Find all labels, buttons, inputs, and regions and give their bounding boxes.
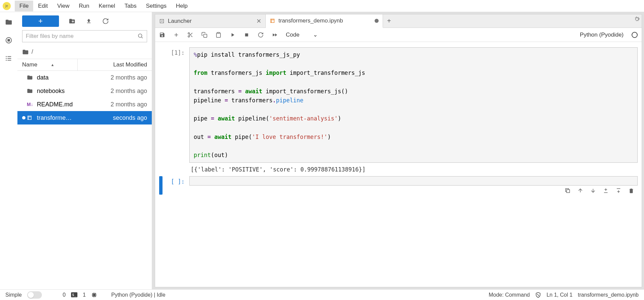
file-row[interactable]: M↓ README.md 2 months ago [17,98,152,111]
add-cell-icon[interactable] [173,32,179,38]
file-name: README.md [37,101,111,108]
svg-rect-21 [217,32,219,33]
filter-box[interactable] [22,30,147,42]
run-icon[interactable] [230,32,236,38]
filter-input[interactable] [26,33,137,40]
tab-notebook[interactable]: transformers_demo.ipynb [266,14,383,28]
dirty-indicator-icon [22,116,25,119]
svg-line-18 [191,35,192,37]
filename-status[interactable]: transformers_demo.ipynb [578,292,639,298]
move-up-icon[interactable] [577,188,583,195]
activity-bar [0,12,17,289]
cell-output: [{'label': 'POSITIVE', 'score': 0.999788… [189,163,638,173]
cut-icon[interactable] [187,32,193,38]
sort-asc-icon: ▲ [51,63,54,67]
menu-file[interactable]: File [15,1,33,11]
cursor-position[interactable]: Ln 1, Col 1 [546,292,572,298]
svg-point-16 [188,36,190,37]
tab-label: Launcher [168,18,192,24]
gear-icon[interactable] [633,15,641,24]
breadcrumb[interactable]: / [17,45,152,59]
svg-rect-22 [245,33,248,36]
code-cell[interactable]: [ ]: [159,176,638,195]
kernel-name[interactable]: Python (Pyodide) [580,32,624,38]
restart-icon[interactable] [258,32,264,38]
simple-label: Simple [5,292,22,298]
svg-rect-1 [8,39,10,41]
delete-icon[interactable] [628,188,634,195]
kernel-status-icon[interactable] [632,32,638,38]
svg-line-42 [537,294,539,296]
status-bar: Simple 0 $_ 1 Python (Pyodide) | Idle Mo… [0,289,644,300]
code-cell[interactable]: [1]: %pip install transformers_js_py fro… [159,47,638,173]
cell-input[interactable] [189,176,638,186]
svg-line-9 [141,37,142,38]
file-name: notebooks [37,88,111,95]
menu-tabs[interactable]: Tabs [120,1,141,11]
save-icon[interactable] [159,32,165,38]
menu-run[interactable]: Run [74,1,94,11]
new-folder-icon[interactable] [68,17,76,25]
cell-type-select[interactable]: Code ⌄ [286,31,318,38]
simple-toggle[interactable] [27,291,42,299]
launcher-icon [159,18,165,24]
menu-view[interactable]: View [53,1,74,11]
svg-rect-12 [271,19,274,23]
svg-point-8 [138,34,142,38]
cell-footer [189,186,638,195]
notebook-icon [27,115,34,120]
close-icon[interactable]: ✕ [256,17,261,25]
folder-icon[interactable] [5,18,13,26]
move-down-icon[interactable] [590,188,596,195]
header-name[interactable]: Name ▲ [17,59,78,70]
add-tab-button[interactable]: + [383,14,395,28]
refresh-icon[interactable] [102,17,109,25]
new-launcher-button[interactable]: + [22,15,59,27]
active-cell-indicator [159,176,163,195]
folder-icon [27,74,34,81]
svg-point-15 [188,33,190,34]
terminals-count[interactable]: 1 [83,292,86,298]
kernel-status[interactable]: Python (Pyodide) | Idle [111,292,166,298]
menu-settings[interactable]: Settings [141,1,171,11]
cell-input[interactable]: %pip install transformers_js_py from tra… [189,47,638,163]
notebook-toolbar: Code ⌄ Python (Pyodide) [155,28,642,42]
file-row[interactable]: transforme… seconds ago [17,111,152,124]
upload-icon[interactable] [85,17,92,25]
paste-icon[interactable] [215,32,221,38]
header-modified[interactable]: Last Modified [78,61,152,68]
file-row[interactable]: data 2 months ago [17,71,152,84]
svg-point-6 [6,60,7,61]
insert-above-icon[interactable] [603,188,609,195]
terminal-icon[interactable]: $_ [71,292,77,297]
menu-bar: je File Edit View Run Kernel Tabs Settin… [0,0,644,12]
running-icon[interactable] [5,36,13,44]
svg-rect-7 [7,60,11,61]
duplicate-icon[interactable] [565,188,571,195]
document-tab-bar: Launcher ✕ transformers_demo.ipynb + [155,14,642,28]
svg-line-19 [189,34,190,35]
file-row[interactable]: notebooks 2 months ago [17,84,152,98]
shield-icon[interactable] [535,292,541,298]
menu-help[interactable]: Help [171,1,192,11]
file-headers: Name ▲ Last Modified [17,59,152,71]
menu-kernel[interactable]: Kernel [94,1,120,11]
kernel-icon[interactable] [91,292,97,298]
svg-rect-33 [93,294,95,296]
tab-launcher[interactable]: Launcher ✕ [155,14,266,28]
mode-status[interactable]: Mode: Command [489,292,530,298]
jupyter-logo-icon: je [3,2,11,10]
file-modified: 2 months ago [111,101,147,108]
tabs-count[interactable]: 0 [63,292,66,298]
fast-forward-icon[interactable] [272,32,278,38]
toc-icon[interactable] [5,54,13,62]
menu-edit[interactable]: Edit [33,1,52,11]
file-modified: 2 months ago [111,88,147,95]
stop-icon[interactable] [244,32,250,38]
svg-rect-23 [567,190,570,193]
notebook-icon [270,18,275,23]
insert-below-icon[interactable] [616,188,622,195]
copy-icon[interactable] [201,32,207,38]
file-list: data 2 months ago notebooks 2 months ago… [17,71,152,289]
cell-prompt: [1]: [163,47,189,173]
